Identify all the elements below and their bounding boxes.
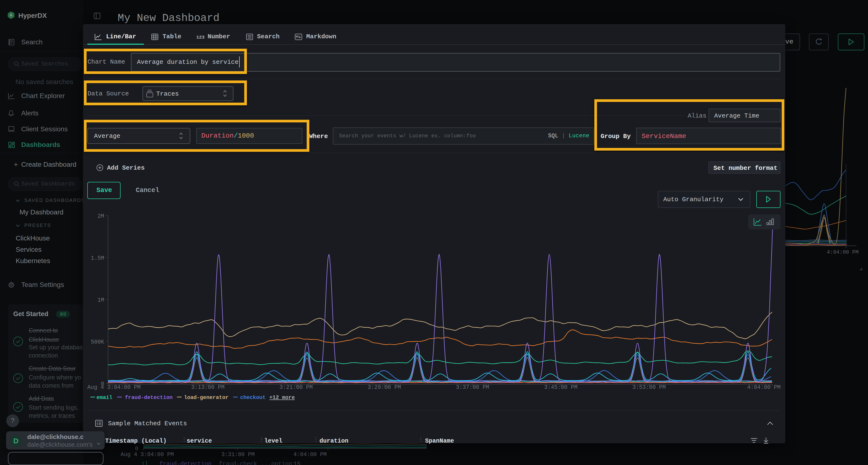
svg-text:3:13:00 PM: 3:13:00 PM: [191, 384, 224, 391]
svg-text:500K: 500K: [91, 339, 104, 345]
svg-text:4:04:00 PM: 4:04:00 PM: [747, 384, 780, 391]
svg-text:Aug 4 3:04:00 PM: Aug 4 3:04:00 PM: [87, 384, 141, 391]
svg-text:1.5M: 1.5M: [91, 255, 104, 261]
svg-text:3:37:00 PM: 3:37:00 PM: [456, 384, 489, 391]
svg-text:3:53:00 PM: 3:53:00 PM: [632, 384, 666, 391]
svg-text:3:29:00 PM: 3:29:00 PM: [368, 384, 401, 391]
svg-text:email: email: [96, 395, 112, 401]
svg-text:2M: 2M: [97, 213, 104, 220]
svg-text:3:45:00 PM: 3:45:00 PM: [544, 384, 578, 391]
svg-text:load-generator: load-generator: [184, 395, 228, 401]
svg-text:1M: 1M: [97, 297, 104, 303]
svg-text:+12 more: +12 more: [269, 395, 295, 401]
svg-text:fraud-detection: fraud-detection: [125, 395, 173, 401]
svg-text:checkout: checkout: [240, 395, 266, 401]
svg-text:3:21:00 PM: 3:21:00 PM: [279, 384, 313, 391]
